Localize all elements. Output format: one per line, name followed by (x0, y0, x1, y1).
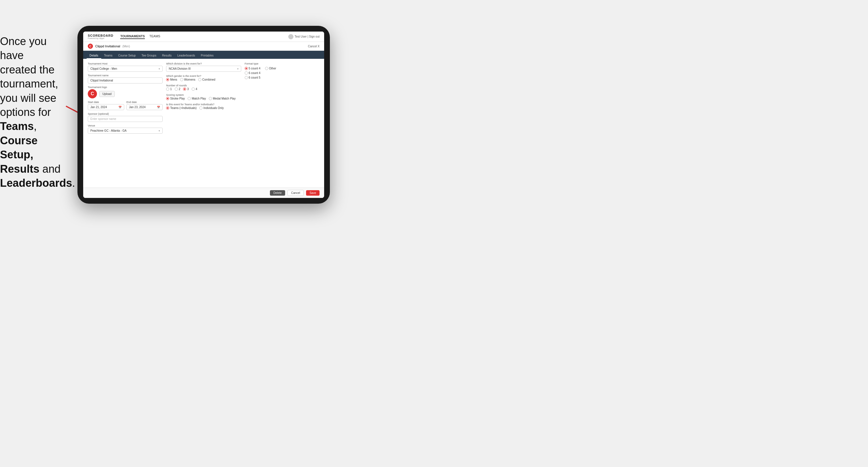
format-6count4-radio[interactable] (245, 71, 248, 74)
scoring-stroke[interactable]: Stroke Play (166, 97, 185, 100)
rounds-4[interactable]: 4 (192, 88, 197, 91)
scoring-medal-radio[interactable] (209, 97, 212, 100)
logo-sub: Powered by clippd (88, 37, 113, 39)
individuals-only[interactable]: Individuals Only (199, 106, 224, 110)
description-text: Once you havecreated thetournament,you w… (0, 34, 69, 190)
gender-mens[interactable]: Mens (166, 78, 177, 81)
gender-combined-radio[interactable] (198, 78, 202, 81)
gender-mens-label: Mens (170, 78, 177, 81)
gender-womens[interactable]: Womens (180, 78, 195, 81)
upload-button[interactable]: Upload (99, 91, 115, 97)
rounds-3-radio[interactable] (183, 88, 186, 91)
tab-printables[interactable]: Printables (198, 53, 216, 59)
tournament-title: C Clippd Invitational (Men) (88, 43, 130, 49)
format-row-2: 6 count 4 (245, 71, 319, 74)
user-avatar (288, 34, 293, 39)
end-date-input[interactable]: Jan 23, 2024 📅 (126, 104, 163, 110)
scoring-field-group: Scoring system Stroke Play Match Play (166, 94, 241, 100)
rounds-3[interactable]: 3 (183, 88, 189, 91)
format-other[interactable]: Other (265, 67, 276, 70)
format-other-radio[interactable] (265, 67, 268, 70)
host-value: Clippd College - Men (90, 67, 117, 70)
tab-details[interactable]: Details (87, 53, 101, 59)
teams-label: Is this event for Teams and/or Individua… (166, 103, 241, 106)
venue-input[interactable]: Peachtree GC - Atlanta - GA (88, 128, 163, 134)
teams-plus-label: Teams (+Individuals) (170, 106, 196, 110)
gender-mens-radio[interactable] (166, 78, 169, 81)
tab-tee-groups[interactable]: Tee Groups (138, 53, 159, 59)
logo-area: SCOREBOARD Powered by clippd (88, 34, 113, 39)
rounds-4-radio[interactable] (192, 88, 195, 91)
end-date-label: End date (126, 101, 163, 103)
division-input[interactable]: NCAA Division III (166, 66, 241, 72)
rounds-2[interactable]: 2 (175, 88, 180, 91)
format-5count4-radio[interactable] (245, 67, 248, 70)
teams-plus-individuals[interactable]: Teams (+Individuals) (166, 106, 196, 110)
tab-results[interactable]: Results (159, 53, 175, 59)
calendar-icon-end: 📅 (157, 106, 160, 109)
cancel-button[interactable]: Cancel (287, 190, 304, 196)
gender-radio-group: Mens Womens Combined (166, 78, 241, 81)
teams-field-group: Is this event for Teams and/or Individua… (166, 103, 241, 110)
tournament-header: C Clippd Invitational (Men) Cancel X (83, 42, 324, 51)
tab-bar: Details Teams Course Setup Tee Groups Re… (83, 51, 324, 59)
individuals-only-radio[interactable] (199, 106, 203, 110)
logo-letter: C (91, 91, 94, 96)
format-6count5-radio[interactable] (245, 76, 248, 79)
save-button[interactable]: Save (306, 190, 319, 196)
gender-combined[interactable]: Combined (198, 78, 215, 81)
name-input[interactable]: Clippd Invitational (88, 77, 163, 84)
format-6count5[interactable]: 6 count 5 (245, 76, 260, 79)
host-field-group: Tournament Host Clippd College - Men (88, 62, 163, 72)
format-row-1: 5 count 4 Other (245, 67, 319, 70)
rounds-field-group: Number of rounds 1 2 3 (166, 84, 241, 91)
nav-links: TOURNAMENTS TEAMS (120, 34, 288, 39)
venue-value: Peachtree GC - Atlanta - GA (90, 129, 126, 132)
rounds-1-radio[interactable] (166, 88, 169, 91)
tab-teams[interactable]: Teams (101, 53, 115, 59)
tab-course-setup[interactable]: Course Setup (115, 53, 138, 59)
gender-combined-label: Combined (202, 78, 215, 81)
rounds-1[interactable]: 1 (166, 88, 172, 91)
bold-course-setup: Course Setup, (0, 134, 38, 161)
name-value: Clippd Invitational (90, 79, 113, 82)
scoring-match-radio[interactable] (188, 97, 191, 100)
scoring-stroke-radio[interactable] (166, 97, 169, 100)
gender-womens-radio[interactable] (180, 78, 183, 81)
format-6count4-label: 6 count 4 (249, 71, 260, 74)
start-date-input[interactable]: Jan 21, 2024 📅 (88, 104, 124, 110)
logo-label: Tournament logo (88, 86, 163, 89)
nav-teams[interactable]: TEAMS (150, 34, 160, 39)
delete-button[interactable]: Delete (270, 190, 285, 196)
nav-tournaments[interactable]: TOURNAMENTS (120, 34, 145, 39)
date-row: Start date Jan 21, 2024 📅 End date Jan 2… (88, 101, 163, 110)
rounds-2-radio[interactable] (175, 88, 178, 91)
host-label: Tournament Host (88, 62, 163, 65)
rounds-3-label: 3 (187, 88, 189, 91)
sponsor-placeholder: Enter sponsor name (90, 117, 116, 121)
format-6count4[interactable]: 6 count 4 (245, 71, 260, 74)
logo-upload-area: C Upload (88, 89, 163, 98)
scoring-radio-group: Stroke Play Match Play Medal Match Play (166, 97, 241, 100)
scoring-medal-label: Medal Match Play (213, 97, 236, 100)
teams-plus-radio[interactable] (166, 106, 169, 110)
scoring-medal[interactable]: Medal Match Play (209, 97, 236, 100)
bold-teams: Teams (0, 120, 34, 132)
middle-column: Which division is the event for? NCAA Di… (166, 62, 241, 134)
format-row-3: 6 count 5 (245, 76, 319, 79)
format-5count4-label: 5 count 4 (249, 67, 260, 70)
user-label[interactable]: Test User | Sign out (294, 35, 319, 38)
sponsor-input[interactable]: Enter sponsor name (88, 116, 163, 122)
tournament-icon-letter: C (89, 45, 91, 48)
name-label: Tournament name (88, 74, 163, 77)
bold-leaderboards: Leaderboards (0, 177, 72, 189)
scoring-match[interactable]: Match Play (188, 97, 206, 100)
tab-leaderboards[interactable]: Leaderboards (175, 53, 198, 59)
host-input[interactable]: Clippd College - Men (88, 66, 163, 72)
gender-womens-label: Womens (184, 78, 195, 81)
sponsor-field-group: Sponsor (optional) Enter sponsor name (88, 113, 163, 122)
end-date-group: End date Jan 23, 2024 📅 (126, 101, 163, 110)
start-date-value: Jan 21, 2024 (90, 105, 107, 109)
cancel-top-button[interactable]: Cancel X (308, 45, 319, 48)
format-5count4[interactable]: 5 count 4 (245, 67, 260, 70)
